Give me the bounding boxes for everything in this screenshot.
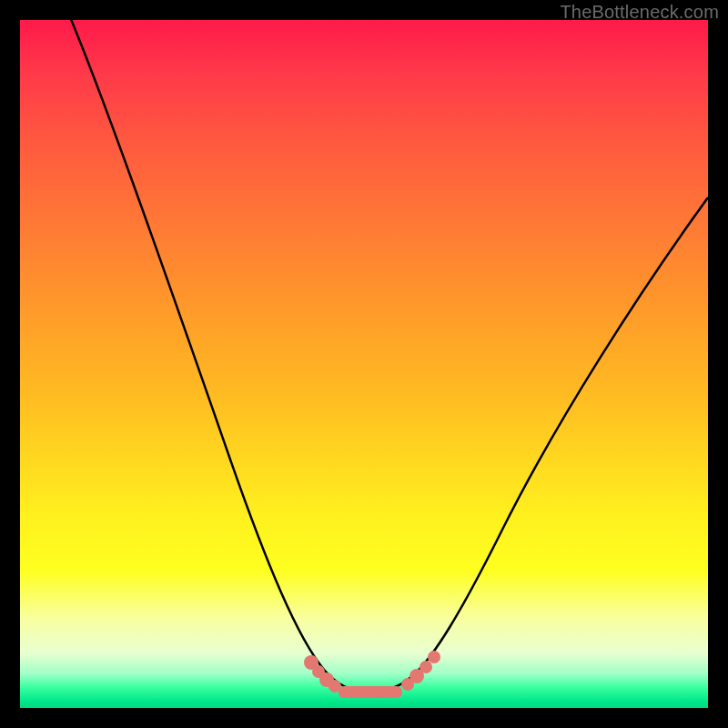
chart-plot-area xyxy=(20,20,708,708)
svg-rect-0 xyxy=(339,686,402,698)
watermark-label: TheBottleneck.com xyxy=(560,2,719,23)
chart-curve-svg xyxy=(20,20,708,708)
svg-point-8 xyxy=(428,651,440,663)
curve-highlight-icon xyxy=(304,651,440,698)
chart-frame: TheBottleneck.com xyxy=(0,0,728,728)
svg-point-4 xyxy=(329,680,341,693)
bottleneck-curve xyxy=(68,20,708,692)
svg-point-7 xyxy=(420,661,432,673)
